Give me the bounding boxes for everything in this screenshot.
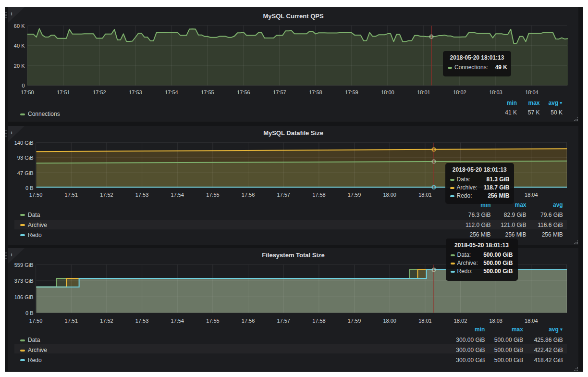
svg-text:18:04: 18:04 — [525, 192, 538, 198]
svg-text:17:54: 17:54 — [171, 192, 184, 198]
svg-text:18:04: 18:04 — [525, 89, 539, 95]
svg-text:17:58: 17:58 — [312, 318, 326, 324]
svg-text:17:55: 17:55 — [201, 89, 214, 95]
svg-text:18:01: 18:01 — [417, 89, 430, 95]
svg-text:17:53: 17:53 — [135, 192, 149, 198]
svg-text:18:03: 18:03 — [489, 89, 502, 95]
svg-text:17:50: 17:50 — [29, 318, 43, 324]
svg-text:18:00: 18:00 — [383, 192, 396, 198]
svg-text:17:59: 17:59 — [348, 192, 361, 198]
svg-text:18:02: 18:02 — [454, 318, 467, 324]
svg-text:17:54: 17:54 — [165, 89, 178, 95]
svg-text:17:51: 17:51 — [57, 89, 70, 95]
svg-text:17:59: 17:59 — [345, 89, 358, 95]
svg-text:17:51: 17:51 — [65, 192, 78, 198]
svg-text:18:02: 18:02 — [453, 89, 466, 95]
svg-text:17:56: 17:56 — [237, 89, 250, 95]
svg-text:17:55: 17:55 — [206, 192, 220, 198]
svg-text:17:57: 17:57 — [277, 318, 290, 324]
svg-text:60 K: 60 K — [14, 23, 25, 29]
svg-text:17:52: 17:52 — [100, 318, 113, 324]
svg-text:17:51: 17:51 — [65, 318, 78, 324]
svg-text:0 B: 0 B — [25, 310, 34, 316]
svg-text:17:52: 17:52 — [100, 192, 113, 198]
svg-text:40 K: 40 K — [14, 43, 25, 49]
svg-text:18:03: 18:03 — [489, 318, 502, 324]
svg-text:17:58: 17:58 — [312, 192, 326, 198]
svg-text:17:57: 17:57 — [277, 192, 290, 198]
svg-text:186 GiB: 186 GiB — [14, 294, 34, 300]
svg-text:0: 0 — [22, 83, 24, 88]
svg-text:17:50: 17:50 — [29, 192, 43, 198]
svg-text:0 B: 0 B — [25, 185, 34, 191]
svg-text:373 GiB: 373 GiB — [14, 278, 34, 284]
svg-text:18:01: 18:01 — [418, 318, 432, 324]
svg-text:17:59: 17:59 — [348, 318, 361, 324]
svg-text:47 GiB: 47 GiB — [17, 170, 34, 176]
svg-text:17:53: 17:53 — [129, 89, 142, 95]
svg-text:20 K: 20 K — [14, 63, 25, 69]
svg-text:18:04: 18:04 — [525, 318, 538, 324]
svg-text:17:57: 17:57 — [273, 89, 286, 95]
svg-text:17:54: 17:54 — [171, 318, 184, 324]
svg-text:18:00: 18:00 — [381, 89, 394, 95]
svg-text:17:52: 17:52 — [93, 89, 106, 95]
svg-text:93 GiB: 93 GiB — [17, 155, 34, 161]
svg-text:18:00: 18:00 — [383, 318, 396, 324]
svg-text:17:55: 17:55 — [206, 318, 220, 324]
svg-text:17:50: 17:50 — [21, 89, 34, 95]
svg-text:17:58: 17:58 — [309, 89, 322, 95]
svg-text:17:53: 17:53 — [135, 318, 149, 324]
svg-text:18:01: 18:01 — [418, 192, 432, 198]
svg-text:17:56: 17:56 — [242, 192, 255, 198]
svg-text:17:56: 17:56 — [242, 318, 255, 324]
